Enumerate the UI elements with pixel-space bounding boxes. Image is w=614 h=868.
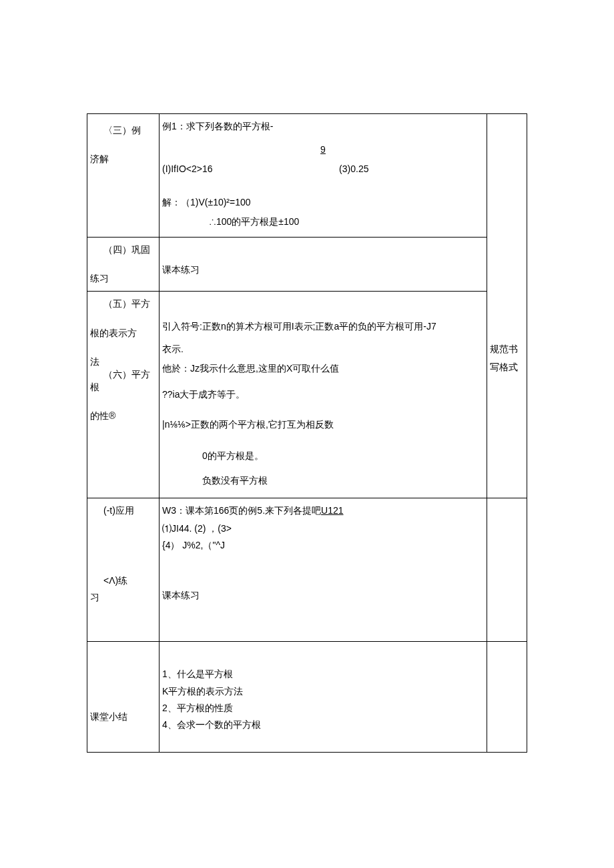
section-label-cell: (-t)应用 <Λ)练 习 bbox=[87, 498, 159, 610]
section-label: 根的表示方 bbox=[90, 325, 156, 342]
section-label-cell: 课堂小结 bbox=[87, 642, 159, 729]
note-text: 写格式 bbox=[490, 359, 524, 376]
document-page: 〈三）例 济解 例1：求下列各数的平方根- 9 (I)IfIO<2>16 (3)… bbox=[0, 0, 614, 868]
section-label: （五）平方 bbox=[90, 296, 156, 312]
note-cell bbox=[487, 642, 527, 650]
example-title: 例1：求下列各数的平方根- bbox=[162, 118, 484, 135]
body-text: 负数没有平方根 bbox=[162, 472, 484, 489]
content-cell: 引入符号:正数n的算术方根可用I表示;正数a平的负的平方根可用-J7 衣示. 他… bbox=[160, 292, 487, 497]
section-label-cell: 〈三）例 济解 bbox=[87, 114, 159, 171]
body-text: |n⅛⅛>正数的两个平方根,它打互为相反数 bbox=[162, 416, 484, 433]
body-text: 0的平方根是。 bbox=[162, 448, 484, 464]
table-row: (-t)应用 <Λ)练 习 W3：课本第166页的例5.来下列各提吧U121 ⑴… bbox=[87, 498, 527, 642]
body-text: 他於：Jz我示什么意思,这里的X可取什么值 bbox=[162, 360, 484, 377]
body-text: ??ia大于成齐等于。 bbox=[162, 386, 484, 403]
body-text: {4） J%2,（"^J bbox=[162, 537, 484, 554]
section-label-cell: （五）平方 根的表示方 法 （六）平方 根 的性® bbox=[87, 292, 159, 428]
content-cell: 1、什么是平方根 K平方根的表示方法 2、平方根的性质 4、会求一个数的平方根 bbox=[160, 642, 487, 752]
table-row: （五）平方 根的表示方 法 （六）平方 根 的性® 引入符号:正数n的算术方根可… bbox=[87, 292, 527, 498]
section-label: 济解 bbox=[90, 151, 156, 167]
body-text: ⑴JI44. (2) ，(3> bbox=[162, 520, 484, 537]
content-cell: 课本练习 bbox=[160, 238, 487, 282]
math-text: (I)IfIO<2>16 bbox=[162, 161, 339, 177]
fraction-numerator: 9 bbox=[320, 144, 326, 155]
section-label: 〈三）例 bbox=[90, 122, 156, 139]
table-row: （四）巩固 练习 课本练习 bbox=[87, 237, 527, 291]
content-cell: 例1：求下列各数的平方根- 9 (I)IfIO<2>16 (3)0.25 解：（… bbox=[160, 114, 487, 237]
solution-line: 解：（1)V(±10)²=100 bbox=[162, 194, 484, 211]
practice-text: 课本练习 bbox=[162, 262, 484, 278]
body-text: U121 bbox=[321, 505, 343, 516]
note-cell: 规范书 写格式 bbox=[487, 114, 527, 381]
content-cell: W3：课本第166页的例5.来下列各提吧U121 ⑴JI44. (2) ，(3>… bbox=[160, 498, 487, 642]
note-cell bbox=[487, 498, 527, 506]
table-row: 课堂小结 1、什么是平方根 K平方根的表示方法 2、平方根的性质 4、会求一个数… bbox=[87, 642, 527, 753]
practice-text: 课本练习 bbox=[162, 587, 484, 604]
lesson-table: 〈三）例 济解 例1：求下列各数的平方根- 9 (I)IfIO<2>16 (3)… bbox=[87, 113, 527, 753]
section-label: 练习 bbox=[90, 270, 156, 287]
table-row: 〈三）例 济解 例1：求下列各数的平方根- 9 (I)IfIO<2>16 (3)… bbox=[87, 114, 527, 238]
summary-item: 4、会求一个数的平方根 bbox=[162, 717, 484, 733]
math-text: (3)0.25 bbox=[339, 161, 368, 177]
section-label: <Λ)练 bbox=[90, 572, 156, 589]
summary-item: K平方根的表示方法 bbox=[162, 683, 484, 700]
summary-item: 1、什么是平方根 bbox=[162, 666, 484, 683]
summary-item: 2、平方根的性质 bbox=[162, 700, 484, 717]
section-label: 习 bbox=[90, 589, 156, 606]
body-text: 引入符号:正数n的算术方根可用I表示;正数a平的负的平方根可用-J7 bbox=[162, 318, 484, 335]
section-label-cell: （四）巩固 练习 bbox=[87, 238, 159, 291]
section-label: 课堂小结 bbox=[90, 709, 156, 725]
section-label: （四）巩固 bbox=[90, 242, 156, 258]
body-text: W3：课本第166页的例5.来下列各提吧 bbox=[162, 505, 321, 516]
note-text: 规范书 bbox=[490, 341, 524, 358]
section-label: (-t)应用 bbox=[90, 502, 156, 519]
solution-line: ∴100的平方根是±100 bbox=[162, 213, 484, 230]
section-label: 的性® bbox=[90, 408, 156, 424]
body-text: 衣示. bbox=[162, 341, 484, 358]
